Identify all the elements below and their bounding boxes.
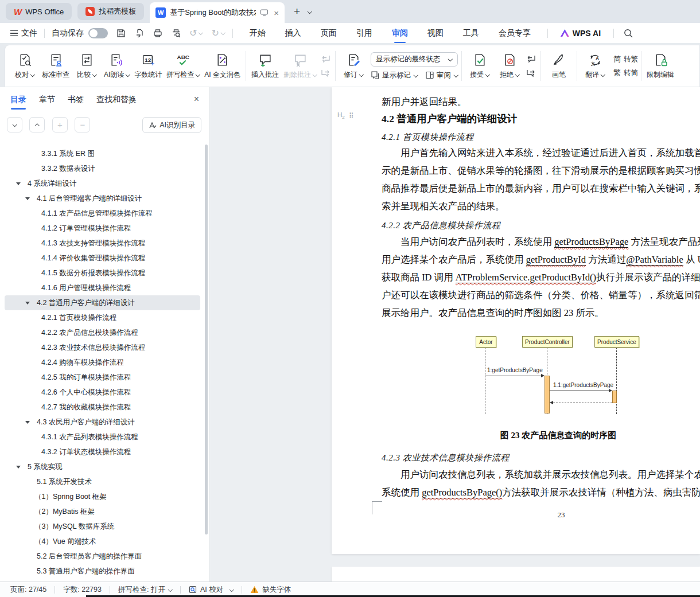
toc-item[interactable]: 4.2.2 农产品信息模块操作流程 xyxy=(5,325,200,340)
toc-item[interactable]: （1）Spring Boot 框架 xyxy=(5,489,200,504)
print-icon[interactable] xyxy=(153,28,163,38)
track-changes-button[interactable]: 修订 xyxy=(339,47,368,85)
next-heading-button[interactable] xyxy=(7,117,22,132)
toc-item[interactable]: 4.1 后台管理端客户端的详细设计 xyxy=(5,191,200,206)
toc-item[interactable]: 3.3.2 数据表设计 xyxy=(5,161,200,176)
menu-tools[interactable]: 工具 xyxy=(463,28,479,38)
heading-level-marker[interactable]: H2⠿ xyxy=(337,111,355,120)
toc-item[interactable]: 4.2.6 个人中心模块操作流程 xyxy=(5,385,200,400)
previous-change-icon[interactable] xyxy=(526,54,536,64)
spell-check-button[interactable]: ABC 拼写检查 xyxy=(164,47,202,85)
toc-item[interactable]: 4.2.3 农业技术信息模块操作流程 xyxy=(5,340,200,355)
toc-item[interactable]: 4.2.5 我的订单模块操作流程 xyxy=(5,370,200,385)
monitor-share-icon[interactable] xyxy=(260,9,269,17)
next-change-icon[interactable] xyxy=(526,68,536,78)
drag-handle-icon[interactable]: ⠿ xyxy=(349,112,355,120)
toc-item[interactable]: 4.2.4 购物车模块操作流程 xyxy=(5,355,200,370)
search-icon[interactable] xyxy=(623,28,633,38)
toc-item[interactable]: 4.3.2 订单状态模块操作流程 xyxy=(5,444,200,459)
toc-item[interactable]: 4.2.1 首页模块操作流程 xyxy=(5,310,200,325)
collapse-triangle-icon[interactable] xyxy=(25,302,30,305)
tab-find-replace[interactable]: 查找和替换 xyxy=(96,95,137,105)
compare-button[interactable]: 比较 xyxy=(72,47,102,85)
toc-item[interactable]: 4.1.1 农产品信息管理模块操作流程 xyxy=(5,206,200,221)
collapse-triangle-icon[interactable] xyxy=(25,197,30,200)
toc-item[interactable]: 4.3 农民用户客户端的详细设计 xyxy=(5,415,200,430)
print-preview-icon[interactable] xyxy=(171,28,181,38)
ai-polish-button[interactable]: AI 全文润色 xyxy=(202,47,243,85)
ai-read-aloud-button[interactable]: AI朗读 xyxy=(102,47,132,85)
close-sidebar-icon[interactable]: × xyxy=(194,94,199,104)
standard-review-button[interactable]: 标准审查 xyxy=(40,47,72,85)
menu-view[interactable]: 视图 xyxy=(427,28,444,38)
menu-member[interactable]: 会员专享 xyxy=(499,28,531,38)
ink-brush-button[interactable]: 画笔 xyxy=(544,47,574,85)
collapse-triangle-icon[interactable] xyxy=(16,466,21,469)
toc-item[interactable]: 4.1.5 数据分析报表模块操作流程 xyxy=(5,266,200,280)
translate-button[interactable]: A 文 翻译 xyxy=(580,47,610,85)
autosave-toggle[interactable] xyxy=(88,28,108,38)
menu-review-active[interactable]: 审阅 xyxy=(392,28,408,38)
collapse-triangle-icon[interactable] xyxy=(16,182,21,185)
toc-item[interactable]: 5 系统实现 xyxy=(5,459,200,474)
sidebar-scrollbar[interactable] xyxy=(205,145,208,534)
toc-item[interactable]: 4.1.3 农技支持管理模块操作流程 xyxy=(5,236,200,251)
undo-icon[interactable]: ↺ xyxy=(189,28,197,38)
export-icon[interactable] xyxy=(134,28,145,38)
to-traditional-button[interactable]: 简转繁 xyxy=(613,54,638,64)
toc-item[interactable]: 5.3 普通用户客户端的操作界面 xyxy=(5,564,200,579)
previous-heading-button[interactable] xyxy=(29,117,45,132)
toc-item[interactable]: （2）MyBatis 框架 xyxy=(5,504,200,519)
toc-item[interactable]: 4.1.4 评价收集管理模块操作流程 xyxy=(5,251,200,266)
review-panel-button[interactable]: 审阅 xyxy=(425,71,458,80)
toc-item[interactable]: 3.3.1 系统 ER 图 xyxy=(5,146,200,161)
file-menu[interactable]: 文件 xyxy=(10,28,37,38)
toc-item[interactable]: 4.2.7 我的收藏模块操作流程 xyxy=(5,400,200,415)
undo-chevron-icon[interactable] xyxy=(198,30,203,36)
word-count-indicator[interactable]: 字数: 22793 xyxy=(63,585,102,595)
word-count-button[interactable]: 12 字数统计 xyxy=(132,47,164,85)
tab-bookmarks[interactable]: 书签 xyxy=(68,95,84,105)
toc-item[interactable]: 4.1.6 用户管理模块操作流程 xyxy=(5,280,200,295)
toc-item[interactable]: 5.2 后台管理员客户端的操作界面 xyxy=(5,549,200,564)
tab-wps-office[interactable]: W WPS Office xyxy=(6,3,72,20)
menu-reference[interactable]: 引用 xyxy=(356,28,372,38)
proofread-button[interactable]: 校对 xyxy=(10,47,40,85)
collapse-triangle-icon[interactable] xyxy=(25,421,30,424)
toc-item[interactable]: 5.1 系统开发技术 xyxy=(5,474,200,489)
toc-item[interactable]: 4 系统详细设计 xyxy=(5,176,200,191)
toc-item[interactable]: 4.3.1 农产品列表模块操作流程 xyxy=(5,430,200,444)
restrict-editing-button[interactable]: 限制编辑 xyxy=(644,47,676,85)
reject-change-button[interactable]: 拒绝 xyxy=(495,47,524,85)
chevron-down-icon[interactable] xyxy=(168,587,172,592)
document-page[interactable]: H2⠿ 新用户并返回结果。 4.2 普通用户客户端的详细设计 4.2.1 首页模… xyxy=(332,87,700,554)
tab-list-chevron-icon[interactable] xyxy=(307,9,312,14)
toc-item-selected[interactable]: 4.2 普通用户客户端的详细设计 xyxy=(5,295,200,310)
tab-document-active[interactable]: W 基于Spring Boot的助农扶农 × xyxy=(150,2,285,23)
to-simplified-button[interactable]: 繁转简 xyxy=(613,68,638,78)
page-indicator[interactable]: 页面: 27/45 xyxy=(10,585,46,595)
wps-ai-button[interactable]: WPS AI xyxy=(561,29,601,38)
save-icon[interactable] xyxy=(116,28,126,38)
accept-change-button[interactable]: 接受 xyxy=(465,47,495,85)
chevron-down-icon[interactable] xyxy=(229,587,234,592)
ai-proofread-status[interactable]: AI 校对 xyxy=(189,585,234,595)
next-page-edge[interactable] xyxy=(332,567,700,582)
menu-insert[interactable]: 插入 xyxy=(285,28,301,38)
show-markup-button[interactable]: 显示标记 xyxy=(371,71,418,80)
close-tab-icon[interactable]: × xyxy=(274,8,279,18)
missing-font-warning[interactable]: 缺失字体 xyxy=(250,585,291,595)
tab-docer-templates[interactable]: 找稻壳模板 xyxy=(77,3,144,20)
spellcheck-status[interactable]: 拼写检查: 打开 xyxy=(118,585,165,595)
tab-contents[interactable]: 目录 xyxy=(10,95,26,105)
menu-home[interactable]: 开始 xyxy=(250,28,266,38)
redo-icon[interactable]: ↻ xyxy=(211,28,219,38)
toc-item[interactable]: （3）MySQL 数据库系统 xyxy=(5,519,200,534)
toolbar-chevron-icon[interactable] xyxy=(220,30,225,36)
tab-chapters[interactable]: 章节 xyxy=(39,95,55,105)
new-tab-button[interactable]: + xyxy=(294,5,300,18)
markup-state-select[interactable]: 显示标记的最终状态 xyxy=(371,52,458,67)
ai-recognize-toc-button[interactable]: AI识别目录 xyxy=(142,117,201,133)
menu-page[interactable]: 页面 xyxy=(321,28,337,38)
toc-item[interactable]: 4.1.2 订单管理模块操作流程 xyxy=(5,221,200,236)
